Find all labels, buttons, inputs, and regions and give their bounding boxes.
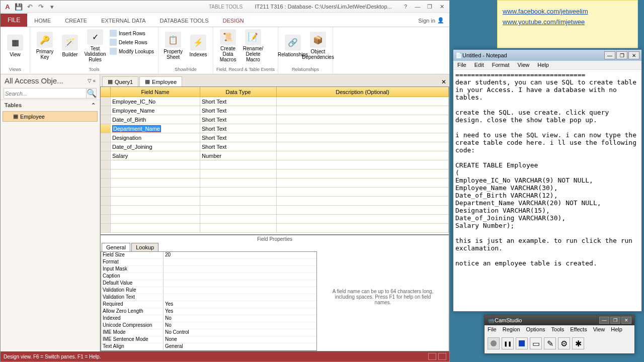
description-cell[interactable] (277, 178, 449, 187)
table-row[interactable] (101, 169, 449, 178)
cs-region-menu[interactable]: Region (500, 325, 523, 334)
field-name-cell[interactable] (111, 178, 200, 187)
data-type-header[interactable]: Data Type (200, 87, 277, 97)
row-selector[interactable] (101, 115, 111, 124)
table-row[interactable]: Salary Number (101, 151, 449, 160)
employee-tab[interactable]: ▦Employee (139, 76, 182, 86)
property-row[interactable]: IndexedNo (101, 315, 316, 322)
youtube-link[interactable]: www.youtube.com/limjetwee (503, 18, 632, 26)
table-row[interactable] (101, 197, 449, 206)
relationships-button[interactable]: 🔗Relationships (281, 29, 304, 62)
property-value[interactable] (164, 280, 316, 287)
row-selector[interactable] (101, 160, 111, 169)
data-type-cell[interactable] (200, 215, 277, 223)
property-value[interactable] (164, 273, 316, 280)
camstudio-title-bar[interactable]: 📹 CamStudio — ❐ ✕ (485, 315, 634, 325)
property-value[interactable]: No (164, 315, 316, 322)
cs-options-menu[interactable]: Options (523, 325, 548, 334)
cs-close[interactable]: ✕ (621, 317, 631, 324)
row-selector[interactable] (101, 151, 111, 160)
property-row[interactable]: Input Mask (101, 266, 316, 273)
row-selector[interactable] (101, 215, 111, 223)
table-row[interactable] (101, 188, 449, 197)
create-data-macros-button[interactable]: 📜Create Data Macros (216, 29, 239, 62)
data-type-cell[interactable]: Short Text (200, 142, 277, 151)
row-selector[interactable] (101, 188, 111, 196)
row-selector[interactable] (101, 97, 111, 106)
cs-help-menu[interactable]: Help (608, 325, 625, 334)
table-row[interactable] (101, 215, 449, 224)
row-selector[interactable] (101, 224, 111, 232)
primary-key-button[interactable]: 🔑Primary Key (33, 29, 56, 62)
table-row[interactable]: Date_of_Joining Short Text (101, 142, 449, 151)
row-selector[interactable] (101, 106, 111, 115)
property-row[interactable]: Text AlignGeneral (101, 343, 316, 350)
property-value[interactable] (164, 259, 316, 266)
help-button[interactable]: ? (400, 2, 411, 11)
np-help-menu[interactable]: Help (533, 61, 553, 69)
field-name-cell[interactable]: Salary (111, 151, 200, 160)
sign-in[interactable]: Sign in👤 (413, 14, 449, 27)
cs-maximize[interactable]: ❐ (610, 317, 620, 324)
field-name-cell[interactable] (111, 188, 200, 196)
property-value[interactable] (164, 287, 316, 294)
property-value[interactable]: No Control (164, 329, 316, 336)
record-button[interactable] (488, 337, 500, 349)
table-row[interactable] (101, 206, 449, 215)
property-value[interactable] (164, 294, 316, 301)
annotations-button[interactable]: ✎ (544, 337, 556, 349)
cs-minimize[interactable]: — (599, 317, 609, 324)
description-cell[interactable] (277, 169, 449, 178)
data-type-cell[interactable]: Short Text (200, 106, 277, 115)
data-type-cell[interactable]: Short Text (200, 115, 277, 124)
design-tab[interactable]: DESIGN (216, 15, 251, 27)
data-type-cell[interactable] (200, 206, 277, 214)
description-cell[interactable] (277, 188, 449, 196)
data-type-cell[interactable]: Short Text (200, 97, 277, 106)
notepad-text-area[interactable]: ================================= dear s… (453, 70, 641, 311)
property-row[interactable]: Allow Zero LengthYes (101, 308, 316, 315)
row-selector[interactable] (101, 206, 111, 214)
view-button[interactable]: ▦View (4, 29, 27, 62)
cs-file-menu[interactable]: File (485, 325, 500, 334)
pause-button[interactable] (502, 337, 514, 349)
row-selector[interactable] (101, 133, 111, 142)
notepad-title-bar[interactable]: 📄 Untitled - Notepad — ❐ ✕ (453, 50, 641, 61)
description-cell[interactable] (277, 124, 449, 133)
table-row[interactable] (101, 178, 449, 188)
np-edit-menu[interactable]: Edit (470, 61, 488, 69)
row-selector[interactable] (101, 197, 111, 205)
property-value[interactable]: 20 (164, 252, 316, 259)
property-row[interactable]: IME Sentence ModeNone (101, 336, 316, 343)
table-row[interactable]: Designation Short Text (101, 133, 449, 142)
field-name-cell[interactable]: Designation (111, 133, 200, 142)
description-cell[interactable] (277, 206, 449, 214)
description-cell[interactable] (277, 160, 449, 169)
chevron-down-icon[interactable]: ▽ « (88, 78, 96, 83)
search-input[interactable] (4, 88, 87, 99)
property-value[interactable]: None (164, 336, 316, 343)
description-cell[interactable] (277, 197, 449, 205)
row-selector[interactable] (101, 124, 111, 133)
property-row[interactable]: Validation Text (101, 294, 316, 301)
property-row[interactable]: Caption (101, 273, 316, 280)
cs-tools-menu[interactable]: Tools (548, 325, 568, 334)
object-dependencies-button[interactable]: 📦Object Dependencies (306, 29, 330, 62)
rename-delete-macro-button[interactable]: 📝Rename/ Delete Macro (242, 29, 265, 62)
settings-button[interactable]: ⚙ (558, 337, 570, 349)
table-row[interactable] (101, 224, 449, 233)
tables-group[interactable]: Tables⌃ (1, 100, 100, 111)
general-tab[interactable]: General (102, 243, 130, 251)
property-value[interactable]: No (164, 322, 316, 329)
property-value[interactable]: Yes (164, 301, 316, 308)
data-type-cell[interactable] (200, 160, 277, 169)
close-tab-button[interactable]: ✕ (438, 77, 449, 86)
row-selector[interactable] (101, 169, 111, 178)
property-row[interactable]: Validation Rule (101, 287, 316, 294)
data-type-cell[interactable]: Short Text (200, 133, 277, 142)
field-name-cell[interactable]: Date_of_Birth (111, 115, 200, 124)
field-name-cell[interactable]: Employee_Name (111, 106, 200, 115)
delete-rows-button[interactable]: Delete Rows (109, 38, 155, 46)
insert-rows-button[interactable]: Insert Rows (109, 29, 155, 37)
field-name-cell[interactable]: Department_Name (111, 124, 200, 133)
